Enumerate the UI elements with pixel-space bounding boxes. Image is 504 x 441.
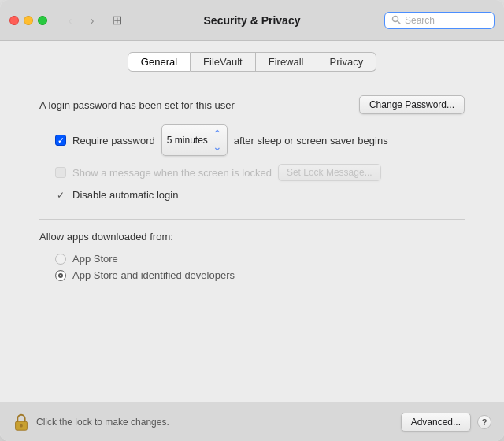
search-icon [391,15,401,26]
help-button[interactable]: ? [477,415,491,429]
radio-app-store-identified-label: App Store and identified developers [72,269,235,281]
radio-app-store-button[interactable] [55,254,66,265]
minimize-button[interactable] [24,16,33,25]
search-input[interactable] [405,15,487,26]
password-label: A login password has been set for this u… [39,99,235,111]
radio-app-store-identified-button[interactable] [55,270,66,281]
disable-autologin-label: Disable automatic login [72,189,178,201]
require-password-suffix: after sleep or screen saver begins [234,135,388,146]
show-message-label: Show a message when the screen is locked [72,167,272,179]
close-button[interactable] [9,16,19,25]
svg-point-3 [20,424,23,427]
show-message-row: Show a message when the screen is locked… [39,160,465,185]
dropdown-arrow-icon: ⌃⌄ [213,128,222,153]
disable-autologin-row: Disable automatic login [39,185,465,205]
lock-area[interactable]: Click the lock to make changes. [13,412,169,432]
tab-general[interactable]: General [128,52,191,72]
search-box[interactable] [384,12,495,29]
password-row: A login password has been set for this u… [39,87,465,120]
password-time-dropdown[interactable]: 5 minutes ⌃⌄ [161,124,228,156]
radio-app-store-identified[interactable]: App Store and identified developers [39,267,465,284]
svg-line-1 [398,21,400,24]
require-password-row: Require password 5 minutes ⌃⌄ after slee… [39,120,465,160]
advanced-button[interactable]: Advanced... [401,413,471,432]
forward-button[interactable]: › [82,13,102,28]
section-divider [39,219,465,220]
require-password-label: Require password [72,135,155,146]
traffic-lights [9,16,47,25]
lock-icon [13,412,30,432]
grid-button[interactable]: ⊞ [109,13,124,28]
titlebar: ‹ › ⊞ Security & Privacy [0,0,504,41]
disable-autologin-checkbox[interactable] [55,190,66,201]
tabs: General FileVault Firewall Privacy [0,41,504,80]
content-area: General FileVault Firewall Privacy A log… [0,41,504,402]
change-password-button[interactable]: Change Password... [359,95,465,114]
lock-text: Click the lock to make changes. [36,417,169,428]
downloads-label: Allow apps downloaded from: [39,231,465,243]
svg-point-0 [393,16,398,21]
set-lock-message-button: Set Lock Message... [278,164,381,181]
bottom-right-actions: Advanced... ? [401,413,491,432]
nav-buttons: ‹ › [60,13,102,28]
tab-firewall[interactable]: Firewall [256,52,317,72]
downloads-section: Allow apps downloaded from: App Store Ap… [39,231,465,284]
tab-privacy[interactable]: Privacy [317,52,377,72]
maximize-button[interactable] [38,16,47,25]
require-password-checkbox[interactable] [55,135,66,146]
show-message-checkbox [55,167,66,178]
require-password-checkbox-wrapper: Require password [55,135,155,146]
radio-app-store[interactable]: App Store [39,250,465,267]
back-button[interactable]: ‹ [60,13,80,28]
panel-general: A login password has been set for this u… [0,80,504,402]
dropdown-value: 5 minutes [167,135,208,146]
radio-app-store-label: App Store [72,253,118,265]
window: ‹ › ⊞ Security & Privacy General FileVau… [0,0,504,441]
bottombar: Click the lock to make changes. Advanced… [0,402,504,441]
tab-filevault[interactable]: FileVault [191,52,256,72]
window-title: Security & Privacy [204,14,301,27]
